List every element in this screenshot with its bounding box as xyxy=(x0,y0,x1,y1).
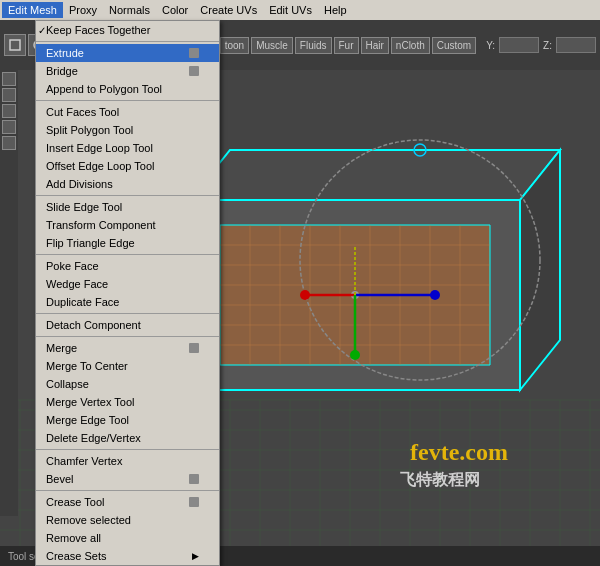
menu-flip-triangle[interactable]: Flip Triangle Edge xyxy=(36,234,219,252)
tab-toon[interactable]: toon xyxy=(220,37,249,54)
y-input[interactable] xyxy=(499,37,539,53)
toolbar-icon-1[interactable] xyxy=(4,34,26,56)
menu-item-color[interactable]: Color xyxy=(156,2,194,18)
menu-duplicate-face[interactable]: Duplicate Face xyxy=(36,293,219,311)
menu-merge-to-center[interactable]: Merge To Center xyxy=(36,357,219,375)
menu-crease-tool[interactable]: Crease Tool xyxy=(36,493,219,511)
separator-2 xyxy=(36,100,219,101)
svg-point-59 xyxy=(350,350,360,360)
menu-item-help[interactable]: Help xyxy=(318,2,353,18)
menu-wedge-face[interactable]: Wedge Face xyxy=(36,275,219,293)
dropdown-menu: Keep Faces Together Extrude Bridge Appen… xyxy=(35,20,220,566)
z-label: Z: xyxy=(543,40,552,51)
svg-text:fevte.com: fevte.com xyxy=(410,439,508,465)
svg-text:飞特教程网: 飞特教程网 xyxy=(400,471,480,488)
menu-delete-edge-vertex[interactable]: Delete Edge/Vertex xyxy=(36,429,219,447)
toolbar-tabs: toon Muscle Fluids Fur Hair nCloth Custo… xyxy=(220,37,477,54)
menu-bar: Edit Mesh Proxy Normals Color Create UVs… xyxy=(0,0,600,20)
menu-slide-edge[interactable]: Slide Edge Tool xyxy=(36,198,219,216)
svg-point-55 xyxy=(300,290,310,300)
y-label: Y: xyxy=(486,40,495,51)
menu-crease-sets[interactable]: Crease Sets ▶ xyxy=(36,547,219,565)
menu-remove-all[interactable]: Remove all xyxy=(36,529,219,547)
separator-7 xyxy=(36,449,219,450)
left-tool-2[interactable] xyxy=(2,88,16,102)
separator-5 xyxy=(36,313,219,314)
separator-1 xyxy=(36,41,219,42)
menu-item-createuvs[interactable]: Create UVs xyxy=(194,2,263,18)
hotkey-icon-merge xyxy=(189,343,199,353)
menu-detach-component[interactable]: Detach Component xyxy=(36,316,219,334)
left-tool-4[interactable] xyxy=(2,120,16,134)
menu-insert-edge-loop[interactable]: Insert Edge Loop Tool xyxy=(36,139,219,157)
menu-item-proxy[interactable]: Proxy xyxy=(63,2,103,18)
tab-custom[interactable]: Custom xyxy=(432,37,476,54)
menu-extrude[interactable]: Extrude xyxy=(36,44,219,62)
menu-keep-faces-together[interactable]: Keep Faces Together xyxy=(36,21,219,39)
separator-4 xyxy=(36,254,219,255)
menu-split-polygon[interactable]: Split Polygon Tool xyxy=(36,121,219,139)
menu-merge-vertex[interactable]: Merge Vertex Tool xyxy=(36,393,219,411)
tab-muscle[interactable]: Muscle xyxy=(251,37,293,54)
left-toolbar xyxy=(0,70,18,516)
left-tool-1[interactable] xyxy=(2,72,16,86)
z-input[interactable] xyxy=(556,37,596,53)
menu-bevel[interactable]: Bevel xyxy=(36,470,219,488)
menu-append-polygon[interactable]: Append to Polygon Tool xyxy=(36,80,219,98)
tab-fluids[interactable]: Fluids xyxy=(295,37,332,54)
tab-fur[interactable]: Fur xyxy=(334,37,359,54)
coord-inputs: Y: Z: xyxy=(486,37,596,53)
hotkey-icon-extrude xyxy=(189,48,199,58)
svg-point-57 xyxy=(430,290,440,300)
submenu-arrow: ▶ xyxy=(192,551,199,561)
separator-6 xyxy=(36,336,219,337)
menu-transform-component[interactable]: Transform Component xyxy=(36,216,219,234)
svg-rect-0 xyxy=(10,40,20,50)
separator-8 xyxy=(36,490,219,491)
menu-poke-face[interactable]: Poke Face xyxy=(36,257,219,275)
hotkey-icon-bevel xyxy=(189,474,199,484)
menu-cut-faces[interactable]: Cut Faces Tool xyxy=(36,103,219,121)
separator-3 xyxy=(36,195,219,196)
menu-merge-edge[interactable]: Merge Edge Tool xyxy=(36,411,219,429)
hotkey-icon-crease xyxy=(189,497,199,507)
menu-add-divisions[interactable]: Add Divisions xyxy=(36,175,219,193)
menu-chamfer-vertex[interactable]: Chamfer Vertex xyxy=(36,452,219,470)
tab-ncloth[interactable]: nCloth xyxy=(391,37,430,54)
tab-hair[interactable]: Hair xyxy=(361,37,389,54)
menu-offset-edge-loop[interactable]: Offset Edge Loop Tool xyxy=(36,157,219,175)
menu-item-editmesh[interactable]: Edit Mesh xyxy=(2,2,63,18)
menu-remove-selected[interactable]: Remove selected xyxy=(36,511,219,529)
left-tool-3[interactable] xyxy=(2,104,16,118)
menu-item-normals[interactable]: Normals xyxy=(103,2,156,18)
menu-merge[interactable]: Merge xyxy=(36,339,219,357)
left-tool-5[interactable] xyxy=(2,136,16,150)
svg-marker-34 xyxy=(190,150,560,200)
menu-bridge[interactable]: Bridge xyxy=(36,62,219,80)
hotkey-icon-bridge xyxy=(189,66,199,76)
menu-collapse[interactable]: Collapse xyxy=(36,375,219,393)
menu-item-edituvs[interactable]: Edit UVs xyxy=(263,2,318,18)
